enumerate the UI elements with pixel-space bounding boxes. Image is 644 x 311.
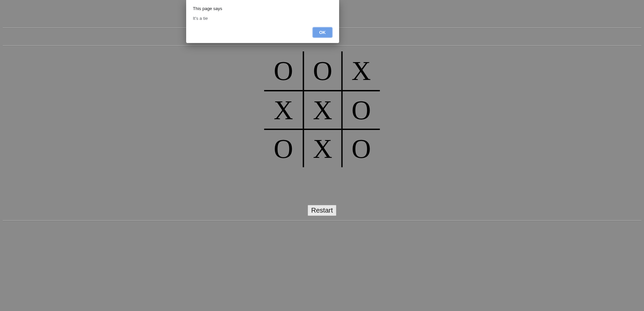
- cell-2-1[interactable]: X: [303, 129, 341, 167]
- restart-button[interactable]: Restart: [308, 205, 336, 216]
- divider-2: [3, 45, 641, 46]
- cell-1-1[interactable]: X: [303, 90, 341, 129]
- cell-2-2[interactable]: O: [341, 129, 380, 167]
- cell-0-0[interactable]: O: [264, 51, 303, 90]
- alert-title: This page says: [193, 6, 332, 11]
- cell-1-0[interactable]: X: [264, 90, 303, 129]
- restart-bar: Restart: [0, 205, 644, 216]
- alert-message: It's a tie: [193, 16, 332, 27]
- cell-0-2[interactable]: X: [341, 51, 380, 90]
- alert-actions: OK: [193, 27, 332, 38]
- ok-button[interactable]: OK: [313, 27, 333, 38]
- cell-2-0[interactable]: O: [264, 129, 303, 167]
- alert-dialog: This page says It's a tie OK: [186, 0, 339, 43]
- divider-3: [3, 220, 641, 221]
- cell-0-1[interactable]: O: [303, 51, 341, 90]
- ttt-board: O O X X X O O X O: [264, 51, 380, 167]
- cell-1-2[interactable]: O: [341, 90, 380, 129]
